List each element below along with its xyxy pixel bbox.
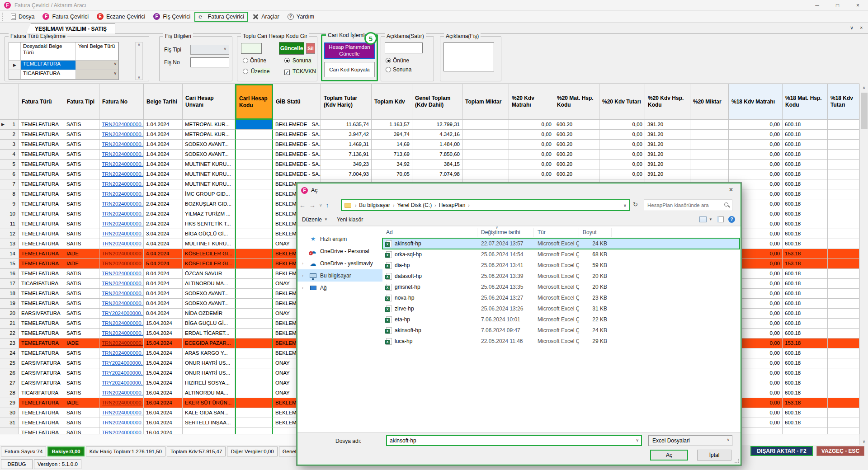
row-number-cell[interactable]: 3 xyxy=(0,140,19,150)
cell-m18[interactable]: 0,00 xyxy=(729,140,783,150)
cell-tarih[interactable]: 2.04.2024 xyxy=(144,209,183,219)
fatura-no-link[interactable]: TRN2024000000... xyxy=(102,390,144,395)
row-number-cell[interactable]: ▶1 xyxy=(0,120,19,130)
cell-tipi[interactable]: SATIS xyxy=(64,418,99,428)
cell-tarih[interactable]: 1.04.2024 xyxy=(144,150,183,160)
cell-kod[interactable] xyxy=(235,418,273,428)
fatura-no-link[interactable]: TRN2024000000... xyxy=(102,191,144,197)
fatura-no-link[interactable]: TRN2024000000... xyxy=(102,320,144,326)
chevron-right-icon[interactable]: › xyxy=(302,286,303,290)
cell-mh18[interactable]: 600.18 xyxy=(783,189,828,199)
row-number-cell[interactable]: 22 xyxy=(0,329,19,338)
fatura-no-link[interactable]: TRN2024000000... xyxy=(102,340,144,346)
fatura-no-link[interactable]: TRN2024000000... xyxy=(102,251,144,256)
file-row[interactable]: gmsnet-hp25.06.2024 13:35Microsoft Excel… xyxy=(382,282,740,292)
cell-turu[interactable]: TEMELFATURA xyxy=(19,299,64,309)
cell-no[interactable]: TRN2024000000... xyxy=(99,199,144,209)
cell-turu[interactable]: EARSIVFATURA xyxy=(19,378,64,388)
table-row[interactable]: 2TEMELFATURASATISTRN2024000000...1.04.20… xyxy=(0,130,868,140)
close-button[interactable]: × xyxy=(848,0,868,11)
cell-tarih[interactable]: 16.04.2024 xyxy=(144,428,183,434)
yeni-belge-turu-select[interactable] xyxy=(76,61,118,70)
belge-turu-cell[interactable]: TICARIFATURA xyxy=(21,70,76,80)
cell-turu[interactable]: TEMELFATURA xyxy=(19,169,64,179)
cell-kod[interactable] xyxy=(235,309,273,319)
sidebar-item-onedrive-personal[interactable]: ☁×OneDrive - Personal xyxy=(297,245,382,257)
cell-t18[interactable] xyxy=(828,169,859,179)
cell-tipi[interactable]: SATIS xyxy=(64,368,99,378)
cell-mh18[interactable]: 153.18 xyxy=(783,249,828,259)
cell-no[interactable]: TRN2024000000... xyxy=(99,418,144,428)
fatura-no-link[interactable]: TRN2024000000... xyxy=(102,171,144,177)
cell-genel[interactable]: 7.074,98 xyxy=(412,169,462,179)
row-number-cell[interactable]: 27 xyxy=(0,378,19,388)
cell-tarih[interactable]: 8.04.2024 xyxy=(144,269,183,279)
cell-kod[interactable] xyxy=(235,259,273,269)
cell-miktar[interactable] xyxy=(462,150,509,160)
cell-m18[interactable]: 0,00 xyxy=(729,120,783,130)
cell-t18[interactable] xyxy=(828,408,859,418)
cell-genel[interactable]: 4.342,16 xyxy=(412,130,462,140)
cell-mh18[interactable]: 600.18 xyxy=(783,160,828,169)
fatura-no-link[interactable]: TRY2024000000... xyxy=(102,370,144,376)
cell-kod[interactable] xyxy=(235,398,273,408)
cell-kod[interactable] xyxy=(235,120,273,130)
cell-tipi[interactable]: IADE xyxy=(64,338,99,348)
fis-tipi-select[interactable] xyxy=(190,45,229,55)
cell-tarih[interactable]: 2.04.2024 xyxy=(144,199,183,209)
cell-unvan[interactable]: EKER SÜT ÜRÜN... xyxy=(183,398,235,408)
cell-no[interactable]: TRY2024000000... xyxy=(99,358,144,368)
cell-tarih[interactable]: 16.04.2024 xyxy=(144,418,183,428)
menu-item-fi-evirici[interactable]: FFiş Çevirici xyxy=(149,12,194,22)
menu-item-dosya[interactable]: Dosya xyxy=(7,12,38,22)
cell-mh18[interactable]: 600.18 xyxy=(783,289,828,299)
scroll-down-icon[interactable]: ∨ xyxy=(860,437,868,445)
cell-mh18[interactable]: 600.18 xyxy=(783,179,828,189)
cell-turu[interactable]: TEMELFATURA xyxy=(19,219,64,229)
cell-unvan[interactable]: KALE GIDA SAN... xyxy=(183,408,235,418)
fatura-no-link[interactable]: TRY2024000000... xyxy=(102,380,144,385)
row-number-cell[interactable]: 20 xyxy=(0,309,19,319)
cell-genel[interactable]: 1.484,00 xyxy=(412,140,462,150)
cell-m18[interactable]: 0,00 xyxy=(729,130,783,140)
cell-tipi[interactable]: SATIS xyxy=(64,348,99,358)
cell-tarih[interactable]: 1.04.2024 xyxy=(144,120,183,130)
breadcrumb-item[interactable]: Bu bilgisayar xyxy=(357,202,392,208)
cell-tutar[interactable]: 11.635,74 xyxy=(321,120,372,130)
cell-mh18[interactable]: 600.18 xyxy=(783,209,828,219)
sidebar-item-onedrive-yesilmaviy[interactable]: ›☁OneDrive - yesilmaviy xyxy=(297,257,382,269)
fatura-no-link[interactable]: TRN2024000000... xyxy=(102,211,144,216)
fatura-no-link[interactable]: TRN2024000000... xyxy=(102,410,144,415)
row-number-cell[interactable]: 13 xyxy=(0,239,19,249)
cell-no[interactable]: TRN2024000000... xyxy=(99,329,144,338)
cell-t18[interactable] xyxy=(828,398,859,408)
cell-mh18[interactable]: 153.18 xyxy=(783,338,828,348)
cell-mh18[interactable]: 600.18 xyxy=(783,120,828,130)
fatura-no-link[interactable]: TRN2024000000... xyxy=(102,271,144,276)
cell-t18[interactable] xyxy=(828,388,859,398)
cell-m18[interactable]: 0,00 xyxy=(729,160,783,169)
cell-mik20[interactable] xyxy=(690,169,729,179)
breadcrumb-item[interactable]: HesapPlan xyxy=(437,202,467,208)
cell-m20[interactable]: 0,00 xyxy=(509,140,554,150)
cell-no[interactable]: TRN2024000000... xyxy=(99,130,144,140)
cell-no[interactable]: TRN2024000000... xyxy=(99,279,144,289)
row-number-cell[interactable]: 15 xyxy=(0,259,19,269)
chevron-right-icon[interactable]: › xyxy=(302,261,303,266)
cell-mh20[interactable]: 600.20 xyxy=(554,169,599,179)
breadcrumb-item[interactable]: Yerel Disk (C:) xyxy=(395,202,434,208)
fatura-no-link[interactable]: TRN2024000000... xyxy=(102,330,144,336)
file-row[interactable]: akinsoft-hp7.06.2024 09:47Microsoft Exce… xyxy=(382,325,740,336)
cell-tipi[interactable]: SATIS xyxy=(64,299,99,309)
cell-t18[interactable] xyxy=(828,150,859,160)
cell-m18[interactable]: 0,00 xyxy=(729,169,783,179)
cell-t18[interactable] xyxy=(828,209,859,219)
cell-no[interactable]: TRN2024000000... xyxy=(99,120,144,130)
cell-turu[interactable]: TEMELFATURA xyxy=(19,338,64,348)
cell-tipi[interactable]: SATIS xyxy=(64,199,99,209)
fatura-no-link[interactable]: TRN2024000000... xyxy=(102,201,144,207)
cell-mh18[interactable]: 600.18 xyxy=(783,150,828,160)
row-number-cell[interactable]: 21 xyxy=(0,319,19,329)
cell-kod[interactable] xyxy=(235,150,273,160)
cell-tarih[interactable]: 16.04.2024 xyxy=(144,388,183,398)
